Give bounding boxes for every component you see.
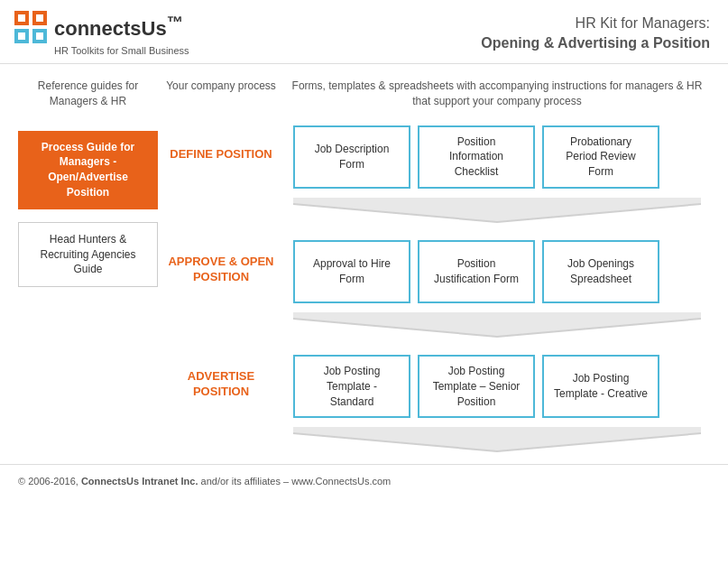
section-approve-open: APPROVE & OPEN POSITION Approval to Hire… xyxy=(158,227,710,312)
header-title-line2: Opening & Advertising a Position xyxy=(481,35,710,51)
process-label-approve: APPROVE & OPEN POSITION xyxy=(158,247,284,292)
svg-rect-7 xyxy=(36,32,43,40)
form-card-position-information[interactable]: Position Information Checklist xyxy=(418,125,535,189)
header-title: HR Kit for Managers: Opening & Advertisi… xyxy=(481,14,710,54)
form-card-probationary-period[interactable]: Probationary Period Review Form xyxy=(542,125,659,189)
form-card-job-posting-senior[interactable]: Job Posting Template – Senior Position xyxy=(418,355,535,418)
section-advertise: ADVERTISE POSITION Job Posting Template … xyxy=(158,342,710,427)
sidebar-item-head-hunters[interactable]: Head Hunters & Recruiting Agencies Guide xyxy=(18,222,158,287)
form-card-probationary-period-label: Probationary Period Review Form xyxy=(553,134,649,180)
section-process-approve: APPROVE & OPEN POSITION xyxy=(158,227,284,312)
footer-company: ConnectsUs Intranet Inc. xyxy=(81,476,198,487)
col-header-process: Your company process xyxy=(158,79,284,109)
logo-name: connectsUs™ xyxy=(54,13,183,41)
form-card-position-information-label: Position Information Checklist xyxy=(429,134,524,180)
form-card-approval-to-hire[interactable]: Approval to Hire Form xyxy=(293,240,410,303)
section-forms-define: Job Description Form Position Informatio… xyxy=(284,113,710,198)
all-sections: DEFINE POSITION Job Description Form Pos… xyxy=(158,113,710,458)
sidebar-item-process-guide-label: Process Guide for Managers - Open/Advert… xyxy=(41,141,134,199)
form-card-job-openings-label: Job Openings Spreadsheet xyxy=(553,256,649,287)
header-title-line1: HR Kit for Managers: xyxy=(576,15,710,31)
section-forms-advertise: Job Posting Template - Standard Job Post… xyxy=(284,342,710,427)
col-header-forms: Forms, templates & spreadsheets with acc… xyxy=(284,79,710,109)
connectsus-logo-icon xyxy=(14,11,47,43)
sidebar: Process Guide for Managers - Open/Advert… xyxy=(18,113,158,458)
svg-rect-2 xyxy=(18,14,25,22)
sidebar-item-process-guide[interactable]: Process Guide for Managers - Open/Advert… xyxy=(18,131,158,209)
chevron-divider-3 xyxy=(293,427,701,454)
divider-2 xyxy=(158,312,710,342)
form-card-job-description[interactable]: Job Description Form xyxy=(293,125,410,189)
logo-tm: ™ xyxy=(167,13,183,32)
form-card-job-posting-senior-label: Job Posting Template – Senior Position xyxy=(429,364,524,409)
logo-area: connectsUs™ HR Toolkits for Small Busine… xyxy=(14,11,189,56)
footer: © 2006-2016, ConnectsUs Intranet Inc. an… xyxy=(0,464,728,497)
process-label-define: DEFINE POSITION xyxy=(166,140,275,170)
form-card-position-justification[interactable]: Position Justification Form xyxy=(418,240,535,303)
logo-top: connectsUs™ xyxy=(14,11,189,43)
svg-rect-6 xyxy=(18,32,25,40)
chevron-divider-1 xyxy=(293,198,701,225)
process-label-advertise: ADVERTISE POSITION xyxy=(158,362,284,407)
logo-subtitle: HR Toolkits for Small Business xyxy=(54,45,189,56)
form-card-job-openings[interactable]: Job Openings Spreadsheet xyxy=(542,240,659,303)
form-card-position-justification-label: Position Justification Form xyxy=(429,256,524,287)
form-card-job-posting-creative-label: Job Posting Template - Creative xyxy=(553,371,649,402)
section-define-position: DEFINE POSITION Job Description Form Pos… xyxy=(158,113,710,198)
column-headers: Reference guides for Managers & HR Your … xyxy=(0,64,728,113)
form-card-approval-to-hire-label: Approval to Hire Form xyxy=(304,256,400,287)
chevron-divider-2 xyxy=(293,312,701,339)
form-card-job-description-label: Job Description Form xyxy=(304,142,400,172)
section-process-advertise: ADVERTISE POSITION xyxy=(158,342,284,427)
svg-rect-3 xyxy=(36,14,43,22)
divider-3 xyxy=(158,427,710,457)
form-card-job-posting-standard[interactable]: Job Posting Template - Standard xyxy=(293,355,410,418)
section-forms-approve: Approval to Hire Form Position Justifica… xyxy=(284,227,710,312)
form-card-job-posting-creative[interactable]: Job Posting Template - Creative xyxy=(542,355,659,418)
col-header-reference: Reference guides for Managers & HR xyxy=(18,79,158,109)
main-content: Process Guide for Managers - Open/Advert… xyxy=(0,113,728,458)
section-process-define: DEFINE POSITION xyxy=(158,113,284,198)
sidebar-item-head-hunters-label: Head Hunters & Recruiting Agencies Guide xyxy=(40,233,135,276)
divider-1 xyxy=(158,198,710,227)
form-card-job-posting-standard-label: Job Posting Template - Standard xyxy=(304,364,400,409)
header: connectsUs™ HR Toolkits for Small Busine… xyxy=(0,0,728,64)
